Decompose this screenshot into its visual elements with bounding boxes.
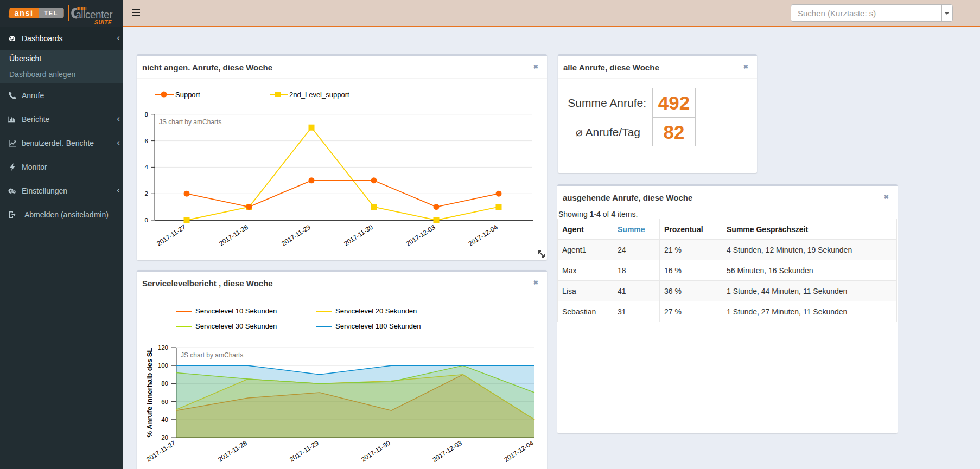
- svg-text:6: 6: [145, 138, 148, 144]
- svg-text:2017-11-30: 2017-11-30: [342, 223, 374, 248]
- svg-text:2017-11-29: 2017-11-29: [280, 223, 312, 248]
- svg-text:ansi: ansi: [14, 9, 33, 17]
- svg-text:2017-12-03: 2017-12-03: [431, 439, 463, 464]
- svg-text:SUITE: SUITE: [94, 20, 112, 25]
- svg-text:2017-12-03: 2017-12-03: [405, 223, 437, 248]
- svg-text:0: 0: [145, 217, 148, 223]
- svg-text:Servicelevel 10 Sekunden: Servicelevel 10 Sekunden: [195, 307, 277, 315]
- svg-text:120: 120: [158, 344, 168, 351]
- svg-text:JS chart by amCharts: JS chart by amCharts: [159, 118, 221, 126]
- svg-text:2nd_Level_support: 2nd_Level_support: [289, 91, 349, 99]
- svg-text:2017-11-27: 2017-11-27: [155, 223, 187, 248]
- svg-text:2017-11-29: 2017-11-29: [288, 439, 320, 464]
- svg-text:% Anrufe innerhalb des SL: % Anrufe innerhalb des SL: [145, 348, 154, 437]
- svg-text:2017-12-04: 2017-12-04: [467, 223, 499, 248]
- svg-text:Support: Support: [175, 91, 200, 99]
- svg-text:JS chart by amCharts: JS chart by amCharts: [181, 351, 243, 359]
- svg-text:8: 8: [145, 111, 148, 118]
- svg-text:4: 4: [145, 164, 149, 170]
- svg-text:2017-11-28: 2017-11-28: [217, 439, 249, 464]
- svg-text:2017-12-04: 2017-12-04: [503, 439, 535, 464]
- svg-text:40: 40: [161, 416, 168, 423]
- svg-text:100: 100: [158, 362, 168, 369]
- svg-text:2017-11-28: 2017-11-28: [218, 223, 250, 248]
- svg-text:Servicelevel 180 Sekunden: Servicelevel 180 Sekunden: [335, 322, 421, 330]
- svg-text:TEL: TEL: [44, 10, 58, 16]
- svg-text:Servicelevel 30 Sekunden: Servicelevel 30 Sekunden: [195, 322, 277, 330]
- svg-text:2: 2: [145, 190, 148, 197]
- svg-text:20: 20: [161, 434, 168, 441]
- svg-text:60: 60: [161, 399, 168, 405]
- svg-text:80: 80: [161, 380, 168, 387]
- svg-text:2017-11-27: 2017-11-27: [145, 439, 177, 464]
- svg-text:Servicelevel 20 Sekunden: Servicelevel 20 Sekunden: [335, 307, 417, 315]
- svg-text:2017-11-30: 2017-11-30: [360, 439, 392, 464]
